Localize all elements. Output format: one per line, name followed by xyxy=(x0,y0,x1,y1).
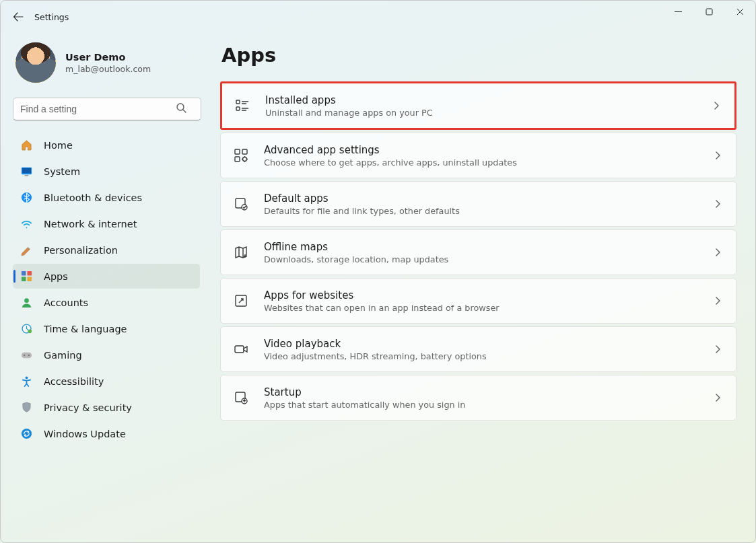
nav-label: Gaming xyxy=(44,350,82,361)
row-title: Default apps xyxy=(264,192,698,205)
nav: Home System Bluetooth & devices Network … xyxy=(13,133,200,446)
nav-label: System xyxy=(44,166,80,177)
svg-rect-20 xyxy=(236,107,240,110)
svg-point-15 xyxy=(24,355,25,356)
settings-rows: Installed apps Uninstall and manage apps… xyxy=(220,81,736,421)
apps-websites-icon xyxy=(233,293,249,309)
nav-home[interactable]: Home xyxy=(13,133,200,157)
row-installed-apps[interactable]: Installed apps Uninstall and manage apps… xyxy=(220,81,736,130)
row-title: Video playback xyxy=(264,338,698,350)
nav-label: Bluetooth & devices xyxy=(44,192,142,203)
nav-label: Home xyxy=(44,140,73,151)
svg-rect-21 xyxy=(235,149,240,154)
nav-privacy[interactable]: Privacy & security xyxy=(13,395,200,420)
gaming-icon xyxy=(20,349,33,362)
accounts-icon xyxy=(20,296,33,310)
svg-point-17 xyxy=(25,376,28,379)
row-advanced-app-settings[interactable]: Advanced app settings Choose where to ge… xyxy=(220,133,736,178)
svg-rect-7 xyxy=(27,271,32,276)
row-subtitle: Defaults for file and link types, other … xyxy=(264,206,698,216)
svg-rect-14 xyxy=(21,353,31,359)
row-subtitle: Choose where to get apps, archive apps, … xyxy=(264,157,698,168)
update-icon xyxy=(20,427,33,441)
nav-label: Privacy & security xyxy=(44,402,132,413)
window-controls xyxy=(662,1,755,22)
chevron-right-icon xyxy=(713,199,722,209)
system-icon xyxy=(20,165,33,178)
svg-point-16 xyxy=(28,355,29,356)
row-startup[interactable]: Startup Apps that start automatically wh… xyxy=(220,375,736,421)
nav-apps[interactable]: Apps xyxy=(13,264,200,289)
chevron-right-icon xyxy=(713,151,722,160)
user-card[interactable]: User Demo m_lab@outlook.com xyxy=(13,38,200,95)
nav-label: Time & language xyxy=(44,324,127,334)
row-apps-for-websites[interactable]: Apps for websites Websites that can open… xyxy=(220,278,736,324)
nav-time[interactable]: Time & language xyxy=(13,316,200,341)
video-playback-icon xyxy=(233,341,249,357)
svg-point-18 xyxy=(21,429,31,439)
row-subtitle: Video adjustments, HDR streaming, batter… xyxy=(264,351,698,361)
close-icon xyxy=(736,8,744,15)
svg-point-1 xyxy=(177,104,184,110)
chevron-right-icon xyxy=(712,101,721,110)
nav-system[interactable]: System xyxy=(13,159,200,184)
nav-gaming[interactable]: Gaming xyxy=(13,342,200,367)
row-offline-maps[interactable]: Offline maps Downloads, storage location… xyxy=(220,229,736,275)
search-button[interactable] xyxy=(176,102,186,113)
close-button[interactable] xyxy=(724,1,755,22)
row-video-playback[interactable]: Video playback Video adjustments, HDR st… xyxy=(220,326,736,372)
nav-label: Apps xyxy=(44,271,68,282)
svg-rect-3 xyxy=(22,168,30,174)
nav-personalization[interactable]: Personalization xyxy=(13,238,200,262)
accessibility-icon xyxy=(20,375,33,388)
titlebar: Settings xyxy=(1,1,755,33)
nav-label: Network & internet xyxy=(44,219,137,229)
chevron-right-icon xyxy=(713,248,722,257)
nav-accounts[interactable]: Accounts xyxy=(13,290,200,315)
default-apps-icon xyxy=(233,196,249,212)
svg-point-10 xyxy=(24,298,29,303)
apps-icon xyxy=(20,270,33,283)
nav-bluetooth[interactable]: Bluetooth & devices xyxy=(13,185,200,210)
back-button[interactable] xyxy=(5,3,32,30)
minimize-icon xyxy=(675,8,682,15)
chevron-right-icon xyxy=(713,393,722,402)
row-title: Offline maps xyxy=(264,241,698,253)
maximize-button[interactable] xyxy=(693,1,724,22)
home-icon xyxy=(20,139,33,152)
chevron-right-icon xyxy=(713,345,722,354)
nav-label: Windows Update xyxy=(44,429,126,439)
row-title: Advanced app settings xyxy=(264,144,698,156)
search-wrap xyxy=(13,98,199,120)
row-title: Startup xyxy=(264,386,698,398)
svg-point-24 xyxy=(243,157,247,161)
nav-label: Accounts xyxy=(44,297,88,308)
row-default-apps[interactable]: Default apps Defaults for file and link … xyxy=(220,181,736,227)
content: Apps Installed apps Uninstall and manage… xyxy=(209,33,755,542)
svg-rect-23 xyxy=(235,157,240,161)
startup-icon xyxy=(233,390,249,406)
nav-accessibility[interactable]: Accessibility xyxy=(13,369,200,394)
row-subtitle: Apps that start automatically when you s… xyxy=(264,400,698,410)
nav-label: Accessibility xyxy=(44,376,104,387)
arrow-left-icon xyxy=(13,11,24,22)
nav-label: Personalization xyxy=(44,245,118,256)
maximize-icon xyxy=(706,8,713,15)
nav-network[interactable]: Network & internet xyxy=(13,211,200,236)
row-subtitle: Downloads, storage location, map updates xyxy=(264,254,698,264)
window-title: Settings xyxy=(34,12,69,22)
svg-rect-8 xyxy=(21,277,26,281)
bluetooth-icon xyxy=(20,191,33,205)
svg-rect-22 xyxy=(242,149,247,154)
svg-rect-0 xyxy=(706,9,712,15)
row-title: Apps for websites xyxy=(264,289,698,301)
search-icon xyxy=(176,102,186,113)
privacy-icon xyxy=(20,401,33,414)
svg-rect-28 xyxy=(235,346,244,353)
sidebar: User Demo m_lab@outlook.com Home System … xyxy=(1,33,209,542)
minimize-button[interactable] xyxy=(662,1,693,22)
search-input[interactable] xyxy=(13,98,201,120)
user-email: m_lab@outlook.com xyxy=(65,64,151,74)
nav-update[interactable]: Windows Update xyxy=(13,421,200,446)
svg-point-13 xyxy=(28,329,32,333)
